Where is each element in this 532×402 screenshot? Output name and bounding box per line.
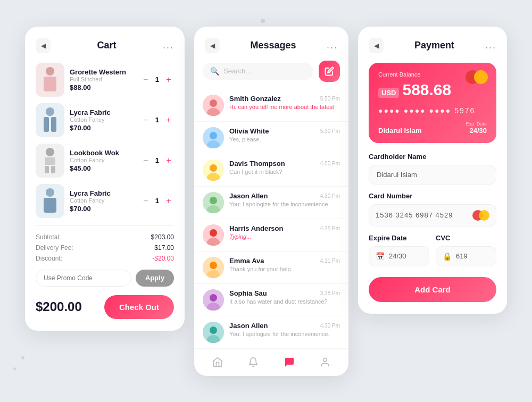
- delivery-label: Delivery Fee:: [36, 244, 73, 252]
- message-preview: You: I apologize for the inconvenience.: [229, 201, 340, 207]
- payment-back-button[interactable]: ◀: [369, 38, 384, 53]
- nav-notifications-button[interactable]: [248, 357, 259, 367]
- message-item[interactable]: Sophia Sau 3.38 Pm It also has water and…: [194, 284, 348, 316]
- item-name: Grorette Western: [70, 68, 135, 76]
- discount-row: Discount: -$20.00: [36, 255, 174, 262]
- item-sub: Cotton Fancy: [70, 116, 135, 123]
- message-sender: Smith Gonzalez: [229, 95, 281, 103]
- qty-minus-button[interactable]: −: [140, 196, 151, 206]
- svg-point-18: [210, 164, 217, 172]
- item-info: Grorette Western Full Stitched $88.00: [70, 68, 135, 91]
- message-sender: Emma Ava: [229, 257, 264, 265]
- item-price: $70.00: [70, 124, 135, 132]
- qty-minus-button[interactable]: −: [140, 155, 151, 166]
- nav-messages-button[interactable]: [284, 357, 295, 367]
- messages-list: Smith Gonzalez 5.50 Pm Hi, can you tell …: [194, 89, 348, 349]
- delivery-row: Delivery Fee: $17.00: [36, 244, 174, 252]
- card-expiry: Exp. Date 24/30: [466, 121, 487, 135]
- message-preview: You: I apologize for the inconvenience.: [229, 331, 340, 337]
- message-item[interactable]: Davis Thompson 4.50 Pm Can I get it in b…: [194, 154, 348, 187]
- item-name: Lycra Fabric: [70, 108, 135, 116]
- message-preview: It also has water and dust resistance?: [229, 298, 340, 305]
- message-content: Jason Allen 4.30 Pm You: I apologize for…: [229, 322, 340, 337]
- item-info: Lookbook Wok Cotton Fancy $45.00: [70, 149, 135, 172]
- apply-button[interactable]: Apply: [136, 270, 174, 287]
- message-content: Davis Thompson 4.50 Pm Can I get it in b…: [229, 160, 340, 175]
- expire-label: Expire Date: [369, 234, 429, 242]
- message-content: Smith Gonzalez 5.50 Pm Hi, can you tell …: [229, 95, 340, 110]
- cart-items-list: Grorette Western Full Stitched $88.00 − …: [36, 63, 174, 218]
- card-footer: Didarul Islam Exp. Date 24/30: [378, 121, 487, 135]
- message-content: Olivia White 5.30 Pm Yes, please.: [229, 127, 340, 143]
- subtotal-value: $203.00: [151, 233, 174, 241]
- messages-more-button[interactable]: ...: [327, 40, 338, 51]
- cart-panel: ◀ Cart ... Grorette Western Full Stitche…: [25, 27, 185, 331]
- svg-rect-8: [51, 166, 55, 173]
- cvc-input[interactable]: 🔒 619: [436, 246, 496, 266]
- nav-home-button[interactable]: [212, 357, 223, 367]
- message-item[interactable]: Harris Anderson 4.25 Pm Typing...: [194, 219, 348, 252]
- message-preview: Typing...: [229, 233, 340, 240]
- item-image: [36, 103, 64, 137]
- qty-plus-button[interactable]: +: [163, 74, 174, 85]
- cart-header: ◀ Cart ...: [36, 38, 174, 53]
- cardholder-label: Cardholder Name: [369, 153, 496, 161]
- svg-point-35: [323, 358, 327, 362]
- svg-rect-4: [51, 117, 56, 132]
- search-row: 🔍 Search...: [194, 61, 348, 89]
- message-preview: Hi, can you tell me more about the lates…: [229, 104, 340, 110]
- promo-input[interactable]: [36, 270, 131, 287]
- message-preview: Thank you for your help.: [229, 266, 340, 272]
- message-time: 5.50 Pm: [320, 96, 340, 102]
- payment-panel: ◀ Payment ... Current Balance USD 588.68…: [358, 27, 507, 314]
- discount-value: -$20.00: [152, 255, 174, 262]
- expire-input[interactable]: 📅 24/30: [369, 246, 429, 266]
- item-name: Lycra Fabric: [70, 189, 135, 197]
- compose-button[interactable]: [319, 61, 340, 82]
- item-info: Lycra Fabric Cotton Fancy $70.00: [70, 108, 135, 132]
- qty-plus-button[interactable]: +: [163, 155, 174, 166]
- search-bar[interactable]: 🔍 Search...: [203, 63, 313, 80]
- cardholder-input[interactable]: [369, 165, 496, 185]
- payment-title: Payment: [414, 40, 454, 51]
- payment-more-button[interactable]: ...: [485, 40, 496, 51]
- message-time: 5.30 Pm: [320, 128, 340, 134]
- message-item[interactable]: Smith Gonzalez 5.50 Pm Hi, can you tell …: [194, 89, 348, 122]
- qty-control: − 1 +: [140, 74, 174, 85]
- qty-control: − 1 +: [140, 196, 174, 206]
- svg-point-15: [210, 132, 217, 139]
- qty-minus-button[interactable]: −: [140, 115, 151, 125]
- card-number-label: Card Number: [369, 192, 496, 200]
- add-card-button[interactable]: Add Card: [369, 277, 496, 302]
- qty-value: 1: [155, 76, 159, 83]
- message-item[interactable]: Jason Allen 4.30 Pm You: I apologize for…: [194, 316, 348, 349]
- nav-profile-button[interactable]: [320, 357, 330, 367]
- message-time: 4.30 Pm: [320, 323, 340, 329]
- message-item[interactable]: Emma Ava 4.11 Pm Thank you for your help…: [194, 252, 348, 284]
- item-price: $88.00: [70, 83, 135, 91]
- qty-minus-button[interactable]: −: [140, 74, 151, 85]
- qty-plus-button[interactable]: +: [163, 196, 174, 206]
- qty-value: 1: [155, 156, 159, 164]
- item-image: [36, 63, 64, 97]
- card-number-field[interactable]: 1536 3245 6987 4529: [369, 204, 496, 227]
- cart-more-button[interactable]: ...: [163, 40, 174, 51]
- svg-rect-1: [44, 77, 56, 91]
- message-content: Jason Allen 4.30 Pm You: I apologize for…: [229, 192, 340, 207]
- checkout-button[interactable]: Check Out: [104, 295, 174, 319]
- qty-plus-button[interactable]: +: [163, 115, 174, 125]
- avatar: [203, 160, 224, 181]
- item-image: [36, 184, 64, 218]
- messages-back-button[interactable]: ◀: [205, 38, 220, 53]
- cart-back-button[interactable]: ◀: [36, 38, 51, 53]
- svg-point-0: [46, 67, 54, 76]
- svg-point-33: [210, 326, 217, 334]
- card-number-value: 1536 3245 6987 4529: [376, 211, 453, 219]
- svg-point-24: [210, 229, 217, 237]
- message-item[interactable]: Olivia White 5.30 Pm Yes, please.: [194, 122, 348, 154]
- avatar: [203, 192, 224, 213]
- avatar: [203, 95, 224, 116]
- message-item[interactable]: Jason Allen 4.30 Pm You: I apologize for…: [194, 187, 348, 219]
- messages-title: Messages: [250, 40, 296, 51]
- messages-header: ◀ Messages ...: [194, 27, 348, 61]
